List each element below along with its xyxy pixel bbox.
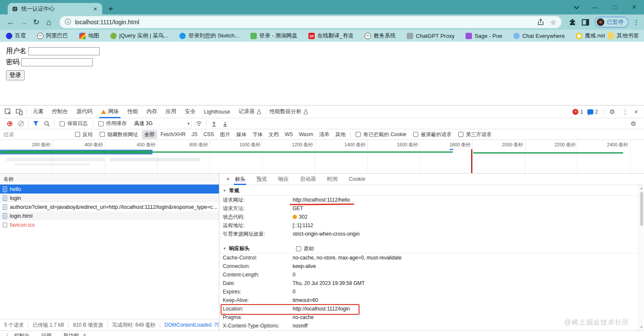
- details-tab[interactable]: 响应: [277, 174, 290, 185]
- request-row[interactable]: login.html: [0, 211, 219, 220]
- filter-input[interactable]: [3, 131, 72, 137]
- request-name-column-header[interactable]: 名称: [0, 174, 219, 185]
- bookmark-item[interactable]: Sage - Poe: [466, 33, 502, 39]
- resource-type-filter[interactable]: 字体: [250, 130, 265, 139]
- request-row[interactable]: favicon.ico: [0, 220, 219, 229]
- throttling-select[interactable]: 高速 3G ▾: [134, 120, 190, 127]
- window-close-button[interactable]: ×: [624, 3, 644, 11]
- clear-network-log-icon[interactable]: [15, 119, 26, 129]
- devtools-tab[interactable]: 安全: [181, 105, 200, 118]
- tab-close-icon[interactable]: ×: [92, 5, 99, 12]
- profile-badge[interactable]: 已暂停: [595, 17, 629, 28]
- home-button[interactable]: ⌂: [43, 17, 55, 27]
- login-button[interactable]: 登录: [6, 70, 25, 80]
- resource-type-filter[interactable]: Wasm: [296, 131, 316, 138]
- filter-checkbox[interactable]: 有已拦截的 Cookie: [356, 131, 406, 138]
- disclosure-triangle-icon[interactable]: ▼: [223, 189, 226, 193]
- forward-button[interactable]: →: [17, 18, 30, 27]
- disclosure-triangle-icon[interactable]: ▼: [223, 247, 226, 251]
- resource-type-filter[interactable]: 图片: [217, 130, 233, 139]
- drawer-tab[interactable]: 问题: [41, 332, 52, 336]
- bookmark-item[interactable]: 阿里巴巴: [37, 32, 68, 40]
- raw-headers-checkbox[interactable]: 原始: [296, 245, 314, 252]
- scroll-down-icon[interactable]: ▼: [640, 325, 643, 329]
- export-har-icon[interactable]: [219, 119, 230, 129]
- request-row[interactable]: login: [0, 194, 219, 202]
- request-row[interactable]: authorize?client_id=javaboy&redirect_uri…: [0, 202, 219, 211]
- devtools-tab[interactable]: 内存: [142, 105, 161, 118]
- details-tab[interactable]: 时间: [326, 174, 339, 185]
- bookmark-item[interactable]: ChatGPT Proxy: [407, 33, 454, 39]
- extensions-puzzle-icon[interactable]: [569, 19, 576, 26]
- devtools-close-icon[interactable]: ×: [634, 108, 638, 115]
- bookmark-item[interactable]: 百度: [6, 32, 26, 40]
- password-input[interactable]: [21, 58, 93, 66]
- overview-selected-band[interactable]: [0, 150, 152, 154]
- devtools-tab[interactable]: Lighthouse: [200, 105, 234, 118]
- details-tab[interactable]: 预览: [256, 174, 268, 185]
- browser-menu-kebab-icon[interactable]: ⋮: [633, 18, 640, 26]
- checkbox[interactable]: [98, 121, 104, 126]
- network-overview[interactable]: 200 毫秒400 毫秒600 毫秒800 毫秒1000 毫秒1200 毫秒14…: [0, 140, 644, 174]
- checkbox[interactable]: [458, 132, 463, 137]
- checkbox[interactable]: [60, 121, 65, 126]
- scroll-up-icon[interactable]: ▲: [640, 186, 643, 190]
- devtools-settings-gear-icon[interactable]: ⚙: [610, 108, 615, 116]
- bookmark-item[interactable]: 登录到您的 Sketch...: [179, 32, 239, 40]
- chrome-chevron-icon[interactable]: [566, 4, 585, 11]
- search-icon[interactable]: [41, 119, 52, 129]
- network-conditions-icon[interactable]: [193, 119, 204, 129]
- url-bar[interactable]: ⓘ localhost:1111/login.html ☆: [60, 16, 561, 28]
- checkbox[interactable]: [413, 132, 418, 137]
- checkbox[interactable]: [296, 246, 301, 251]
- preserve-log-checkbox[interactable]: 保留日志: [60, 120, 88, 127]
- resource-type-filter[interactable]: Fetch/XHR: [158, 131, 188, 138]
- url-text[interactable]: localhost:1111/login.html: [75, 19, 531, 26]
- drawer-tab[interactable]: 新功能: [63, 332, 79, 336]
- resource-type-filter[interactable]: 清单: [316, 130, 332, 139]
- response-headers-section-header[interactable]: ▼ 响应标头 原始: [219, 244, 644, 253]
- details-close-icon[interactable]: ×: [226, 176, 230, 182]
- resource-type-filter[interactable]: WS: [282, 131, 295, 138]
- error-badge[interactable]: × 1: [572, 109, 583, 115]
- username-input[interactable]: [28, 47, 100, 55]
- new-tab-button[interactable]: +: [108, 5, 113, 13]
- devtools-tab[interactable]: 记录器: [234, 105, 265, 118]
- browser-tab[interactable]: 统一认证中心 ×: [8, 3, 102, 14]
- other-bookmarks[interactable]: 其他书签: [601, 30, 639, 42]
- bookmark-item[interactable]: 地图: [79, 32, 99, 40]
- devtools-kebab-icon[interactable]: ⋮: [622, 108, 628, 116]
- devtools-tab[interactable]: 元素: [29, 105, 48, 118]
- filter-funnel-icon[interactable]: [30, 119, 41, 129]
- devtools-tab[interactable]: 性能数据分析: [265, 105, 312, 118]
- drawer-tab-close-icon[interactable]: ×: [83, 332, 86, 336]
- reload-button[interactable]: ↻: [30, 17, 43, 27]
- checkbox[interactable]: [75, 132, 80, 137]
- window-maximize-button[interactable]: □: [605, 4, 624, 11]
- bookmark-item[interactable]: 登录 - 溯洄网盘: [250, 32, 298, 40]
- resource-type-filter[interactable]: CSS: [201, 131, 217, 138]
- details-tab[interactable]: 启动器: [299, 174, 317, 185]
- side-panel-icon[interactable]: [582, 19, 589, 26]
- bookmark-item[interactable]: 教务系统: [365, 32, 396, 40]
- scrollbar[interactable]: ▲ ▼: [638, 185, 644, 330]
- bookmark-item[interactable]: 魔戒.net: [576, 32, 605, 40]
- network-settings-gear-icon[interactable]: ⚙: [631, 120, 636, 128]
- bookmark-item[interactable]: Chat Everywhere: [513, 33, 565, 39]
- record-network-log-icon[interactable]: [4, 119, 15, 129]
- back-button[interactable]: ←: [4, 18, 17, 27]
- hide-data-urls-checkbox[interactable]: 隐藏数据网址: [100, 131, 138, 138]
- drawer-tab[interactable]: 控制台: [14, 332, 29, 336]
- issues-badge[interactable]: 2: [587, 109, 598, 115]
- window-minimize-button[interactable]: —: [585, 4, 605, 11]
- general-section-header[interactable]: ▼ 常规: [219, 186, 644, 196]
- resource-type-filter[interactable]: 全部: [142, 130, 157, 139]
- resource-type-filter[interactable]: 其他: [333, 130, 348, 139]
- import-har-icon[interactable]: [208, 119, 219, 129]
- bookmark-star-icon[interactable]: ☆: [550, 18, 556, 26]
- devtools-tab[interactable]: 应用: [161, 105, 181, 118]
- bookmark-item[interactable]: yd 在线翻译_有道: [308, 32, 354, 40]
- details-tab[interactable]: 标头: [234, 174, 246, 185]
- request-row[interactable]: hello: [0, 185, 219, 194]
- drawer-kebab-icon[interactable]: ⋮: [4, 332, 10, 336]
